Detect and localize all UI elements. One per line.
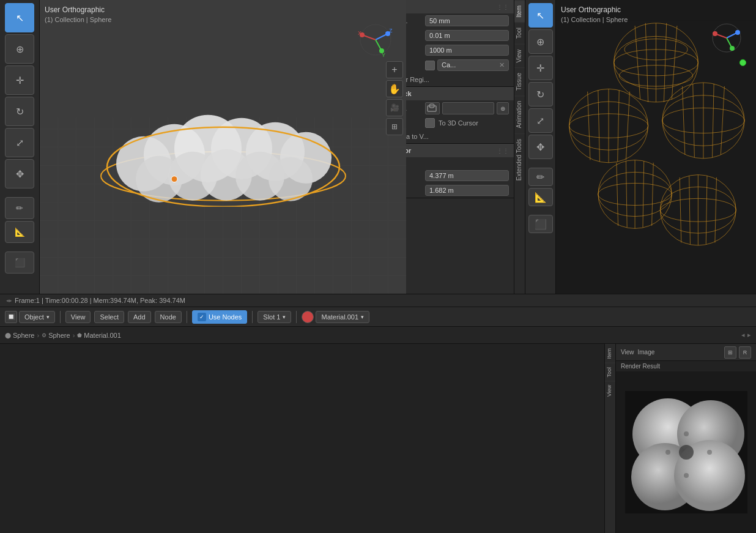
- node-editor-side-tabs: Item Tool View: [604, 344, 615, 533]
- right-measure-button[interactable]: 📐: [528, 188, 553, 206]
- grab-button[interactable]: ✋: [386, 80, 403, 97]
- viewport-overlay-buttons: + ✋ 🎥 ⊞: [386, 61, 403, 135]
- right-viewport-header: User Orthographic (1) Collection | Spher…: [561, 5, 628, 24]
- annotate-tool-button[interactable]: ✏: [5, 197, 34, 219]
- preview-tool1[interactable]: ⊞: [724, 346, 736, 359]
- node-editor: 🔲 Object ▾ View Select Add Node ✓ Use No…: [0, 307, 756, 533]
- svg-point-13: [171, 176, 177, 182]
- preview-render-result[interactable]: R: [739, 346, 751, 359]
- left-toolbar: ↖ ⊕ ✛ ↻ ⤢ ✥ ✏ 📐 ⬛: [0, 0, 40, 294]
- node-canvas[interactable]: ▾ Texture Coo... Generated Normal UV: [0, 344, 756, 533]
- node-tab-tool[interactable]: Tool: [605, 363, 615, 381]
- preview-tools: ⊞ R: [724, 346, 751, 359]
- svg-point-78: [713, 31, 717, 36]
- viewport-right[interactable]: ↖ ⊕ ✛ ↻ ⤢ ✥ ✏ 📐 ⬛ User Orthographic (1) …: [525, 0, 756, 294]
- svg-point-86: [665, 450, 670, 455]
- svg-text:X: X: [358, 30, 361, 36]
- node-tab-item[interactable]: Item: [605, 344, 615, 363]
- tab-view[interactable]: View: [514, 44, 525, 68]
- tab-item[interactable]: Item: [514, 0, 525, 22]
- zoom-in-button[interactable]: +: [386, 61, 403, 78]
- right-viewport-title: User Orthographic (1) Collection | Spher…: [561, 5, 628, 24]
- tab-tool[interactable]: Tool: [514, 22, 525, 43]
- breadcrumb-material[interactable]: ⬟ Material.001: [77, 332, 121, 339]
- right-rotate-tool-button[interactable]: ↻: [528, 82, 553, 106]
- svg-point-74: [735, 30, 740, 35]
- object-dropdown[interactable]: Object ▾: [19, 311, 55, 323]
- breadcrumb-sep2: ›: [73, 332, 75, 339]
- right-select-tool-button[interactable]: ↖: [528, 3, 553, 28]
- preview-panel: View Image ⊞ R Render Result: [615, 344, 756, 533]
- right-transform-tool-button[interactable]: ✥: [528, 135, 553, 159]
- rotate-tool-button[interactable]: ↻: [5, 97, 34, 126]
- view-menu-button[interactable]: View: [65, 311, 91, 323]
- to-3d-cursor-checkbox[interactable]: [425, 118, 435, 128]
- lock-to-picker[interactable]: [442, 102, 494, 114]
- nav-left-icon[interactable]: ◂: [741, 331, 745, 339]
- select-menu-button[interactable]: Select: [94, 311, 124, 323]
- svg-point-87: [707, 450, 712, 455]
- node-tab-view[interactable]: View: [605, 381, 615, 400]
- lock-to-icon-button[interactable]: [425, 102, 440, 114]
- slot-chevron-icon: ▾: [283, 314, 286, 320]
- preview-toolbar: View Image ⊞ R: [616, 344, 756, 361]
- viewport-gizmo: Z Y X: [357, 21, 394, 60]
- editor-type-selector[interactable]: 🔲 Object ▾: [5, 311, 55, 323]
- nav-right-icon[interactable]: ▸: [747, 331, 751, 339]
- breadcrumb-sphere1[interactable]: ⬤ Sphere: [5, 332, 34, 339]
- right-gizmo-svg: [710, 21, 744, 55]
- sep1: [60, 311, 61, 323]
- lock-to-eyedrop[interactable]: ⊕: [497, 102, 509, 114]
- grid-button[interactable]: ⊞: [386, 118, 403, 135]
- cloud-svg: [95, 97, 352, 207]
- armature-icon: ⚙: [42, 332, 46, 338]
- tab-tissue[interactable]: Tissue: [514, 67, 525, 95]
- svg-text:Y: Y: [382, 52, 385, 58]
- node-toolbar: 🔲 Object ▾ View Select Add Node ✓ Use No…: [0, 307, 756, 327]
- add-menu-button[interactable]: Add: [128, 311, 151, 323]
- svg-point-71: [739, 59, 746, 65]
- measure-tool-button[interactable]: 📐: [5, 221, 34, 243]
- use-nodes-checkbox: ✓: [198, 313, 206, 321]
- select-tool-button[interactable]: ↖: [5, 3, 34, 32]
- right-annotate-button[interactable]: ✏: [528, 168, 553, 186]
- move-tool-button[interactable]: ✛: [5, 65, 34, 95]
- material-chevron-icon: ▾: [361, 314, 364, 320]
- material-color-dot: [302, 311, 314, 323]
- tab-extended-tools[interactable]: Extended Tools: [514, 133, 525, 185]
- camera-button[interactable]: 🎥: [386, 99, 403, 116]
- cursor-3d-menu-icon[interactable]: ⋮⋮: [497, 147, 509, 154]
- use-nodes-button[interactable]: ✓ Use Nodes: [192, 310, 247, 324]
- transform-tool-button[interactable]: ✥: [5, 159, 34, 188]
- sep4: [296, 311, 297, 323]
- local-camera-toggle[interactable]: [425, 61, 435, 70]
- viewport-header: User Orthographic (1) Collection | Spher…: [45, 5, 111, 24]
- breadcrumb: ⬤ Sphere › ⚙ Sphere › ⬟ Material.001 ◂ ▸: [0, 327, 756, 344]
- material-icon: ⬟: [77, 332, 82, 338]
- svg-point-85: [684, 431, 689, 436]
- cursor-tool-button[interactable]: ⊕: [5, 34, 34, 64]
- node-menu-button[interactable]: Node: [155, 311, 182, 323]
- material-dropdown[interactable]: Material.001 ▾: [316, 311, 369, 323]
- status-bar: ◂▸ Frame:1 | Time:00:00.28 | Mem:394.74M…: [0, 294, 756, 307]
- scale-tool-button[interactable]: ⤢: [5, 128, 34, 157]
- viewport-left[interactable]: ↖ ⊕ ✛ ↻ ⤢ ✥ ✏ 📐 ⬛ User Orthographic (1): [0, 0, 367, 294]
- right-scale-tool-button[interactable]: ⤢: [528, 108, 553, 133]
- tab-animation[interactable]: Animation: [514, 95, 525, 133]
- right-move-tool-button[interactable]: ✛: [528, 56, 553, 80]
- svg-point-88: [684, 473, 689, 478]
- right-viewport-gizmo: [710, 21, 744, 57]
- add-cube-button[interactable]: ⬛: [5, 252, 34, 274]
- viewport-right-toolbar: ↖ ⊕ ✛ ↻ ⤢ ✥ ✏ 📐 ⬛: [525, 0, 556, 294]
- camera-close-icon[interactable]: ✕: [499, 61, 505, 69]
- right-cursor-tool-button[interactable]: ⊕: [528, 29, 553, 54]
- slot-dropdown[interactable]: Slot 1 ▾: [258, 311, 291, 323]
- preview-view-label: View: [621, 349, 634, 356]
- breadcrumb-sphere2[interactable]: ⚙ Sphere: [42, 332, 70, 339]
- right-cube-button[interactable]: ⬛: [528, 215, 553, 233]
- camera-select[interactable]: Ca... ✕: [437, 59, 509, 71]
- preview-image-label: Image: [638, 349, 655, 356]
- view-menu-icon[interactable]: ⋮⋮: [497, 4, 509, 10]
- material-selector[interactable]: Material.001 ▾: [302, 311, 369, 323]
- gizmo-svg: Z Y X: [357, 21, 394, 58]
